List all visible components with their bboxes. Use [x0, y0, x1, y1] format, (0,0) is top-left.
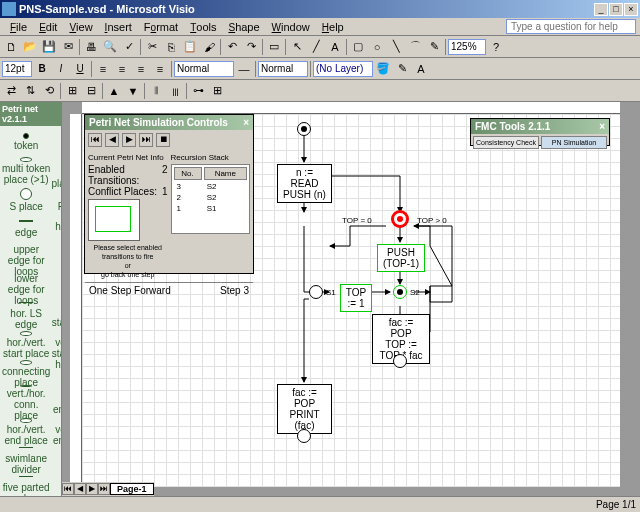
- tab-first-icon[interactable]: ⏮: [62, 483, 74, 495]
- menu-insert[interactable]: Insert: [99, 19, 138, 35]
- simulation-panel[interactable]: Petri Net Simulation Controls× ⏮ ◀ ▶ ⏭ ⏹…: [84, 114, 254, 274]
- rect-icon[interactable]: ▢: [349, 38, 367, 56]
- line-style-icon[interactable]: —: [235, 60, 253, 78]
- distribute-icon[interactable]: ⫼: [166, 82, 184, 100]
- open-icon[interactable]: 📂: [21, 38, 39, 56]
- tab-page-1[interactable]: Page-1: [110, 483, 154, 495]
- stencil-hvend[interactable]: hor./vert. end place: [2, 418, 50, 446]
- menu-edit[interactable]: Edit: [33, 19, 63, 35]
- stencil-multitoken2[interactable]: multi token place (inf.): [51, 157, 62, 185]
- menu-format[interactable]: Format: [138, 19, 184, 35]
- ruler-horizontal[interactable]: [82, 102, 620, 114]
- cut-icon[interactable]: ✂: [143, 38, 161, 56]
- stencil-swimlane[interactable]: swimlane divider: [2, 447, 50, 475]
- place-s1[interactable]: [309, 285, 323, 299]
- italic-icon[interactable]: I: [52, 60, 70, 78]
- stencil-startplace[interactable]: start place: [51, 302, 62, 330]
- node-read[interactable]: n := READPUSH (n): [277, 164, 332, 203]
- stencil-rplace[interactable]: R place: [51, 186, 62, 214]
- place-s2[interactable]: [393, 285, 407, 299]
- stencil-vhstart[interactable]: vert./hor. start place: [51, 331, 62, 359]
- stencil-brace[interactable]: }brace: [51, 447, 62, 475]
- sim-close-icon[interactable]: ×: [243, 117, 249, 128]
- sim-stack-list[interactable]: No.Name 3S2 2S2 1S1: [171, 164, 251, 234]
- underline-icon[interactable]: U: [71, 60, 89, 78]
- menu-file[interactable]: File: [4, 19, 33, 35]
- start-place[interactable]: [297, 122, 311, 136]
- sim-fwd-icon[interactable]: ⏭: [139, 133, 153, 147]
- node-push[interactable]: PUSH (TOP-1): [377, 244, 425, 272]
- style-combo2[interactable]: Normal: [258, 61, 308, 77]
- flip-h-icon[interactable]: ⇄: [2, 82, 20, 100]
- stencil-multitoken1[interactable]: multi token place (>1): [2, 157, 50, 185]
- stencil-stlowedge[interactable]: strait lower edge: [51, 273, 62, 301]
- line-icon[interactable]: ╲: [387, 38, 405, 56]
- place-conflict[interactable]: [393, 212, 407, 226]
- pencil-icon[interactable]: ✎: [425, 38, 443, 56]
- style-combo[interactable]: Normal: [174, 61, 234, 77]
- ruler-vertical[interactable]: [70, 114, 82, 487]
- stencil-lsedge[interactable]: hor. LS edge: [2, 302, 50, 330]
- menu-window[interactable]: Window: [266, 19, 316, 35]
- fill-icon[interactable]: 🪣: [374, 60, 392, 78]
- stencil-endplace[interactable]: end place: [51, 389, 62, 417]
- stencil-upedge[interactable]: upper edge for loops: [2, 244, 50, 272]
- place-after-fac[interactable]: [393, 354, 407, 368]
- stencil-edge[interactable]: edge: [2, 215, 50, 243]
- menu-tools[interactable]: Tools: [184, 19, 222, 35]
- maximize-button[interactable]: □: [609, 3, 623, 16]
- fmc-simulation-button[interactable]: PN Simulation: [541, 136, 607, 149]
- help-search-input[interactable]: [506, 19, 636, 34]
- layout-icon[interactable]: ⊞: [208, 82, 226, 100]
- group-icon[interactable]: ⊞: [63, 82, 81, 100]
- fmc-panel[interactable]: FMC Tools 2.1.1× Consistency Check PN Si…: [470, 118, 610, 146]
- fontsize-combo[interactable]: 12pt: [2, 61, 32, 77]
- align-left-icon[interactable]: ≡: [94, 60, 112, 78]
- menu-help[interactable]: Help: [316, 19, 350, 35]
- stencil-stupedge[interactable]: strait upper edge: [51, 244, 62, 272]
- stencil-vhend[interactable]: vert./hor. end place: [51, 418, 62, 446]
- ungroup-icon[interactable]: ⊟: [82, 82, 100, 100]
- print-icon[interactable]: 🖶: [82, 38, 100, 56]
- connect-icon[interactable]: ⊶: [189, 82, 207, 100]
- align-icon[interactable]: ⫴: [147, 82, 165, 100]
- arc-icon[interactable]: ⌒: [406, 38, 424, 56]
- bold-icon[interactable]: B: [33, 60, 51, 78]
- stencil-connplace[interactable]: connecting place: [2, 360, 50, 388]
- zoom-combo[interactable]: 125%: [448, 39, 486, 55]
- drawing-canvas[interactable]: n := READPUSH (n) TOP = 0 TOP > 0 PUSH (…: [82, 114, 620, 487]
- mail-icon[interactable]: ✉: [59, 38, 77, 56]
- redo-icon[interactable]: ↷: [242, 38, 260, 56]
- stencil-splace[interactable]: S place: [2, 186, 50, 214]
- pointer-icon[interactable]: ↖: [288, 38, 306, 56]
- stencil-hvedge[interactable]: hor./vert. edge: [51, 215, 62, 243]
- ellipse-icon[interactable]: ○: [368, 38, 386, 56]
- paste-icon[interactable]: 📋: [181, 38, 199, 56]
- stencil-hvconn[interactable]: hor./vert. conn. place: [51, 360, 62, 388]
- shapes-icon[interactable]: ▭: [265, 38, 283, 56]
- menu-view[interactable]: View: [63, 19, 98, 35]
- font-color-icon[interactable]: A: [412, 60, 430, 78]
- new-icon[interactable]: 🗋: [2, 38, 20, 56]
- front-icon[interactable]: ▲: [105, 82, 123, 100]
- back-icon[interactable]: ▼: [124, 82, 142, 100]
- align-justify-icon[interactable]: ≡: [151, 60, 169, 78]
- tab-last-icon[interactable]: ⏭: [98, 483, 110, 495]
- fmc-close-icon[interactable]: ×: [599, 121, 605, 132]
- save-icon[interactable]: 💾: [40, 38, 58, 56]
- layer-combo[interactable]: (No Layer): [313, 61, 373, 77]
- text-icon[interactable]: A: [326, 38, 344, 56]
- menu-shape[interactable]: Shape: [222, 19, 265, 35]
- align-right-icon[interactable]: ≡: [132, 60, 150, 78]
- spell-icon[interactable]: ✓: [120, 38, 138, 56]
- preview-icon[interactable]: 🔍: [101, 38, 119, 56]
- rotate-icon[interactable]: ⟲: [40, 82, 58, 100]
- sim-back-icon[interactable]: ◀: [105, 133, 119, 147]
- stencil-nop[interactable]: NOP: [51, 128, 62, 156]
- stencil-hvstart[interactable]: hor./vert. start place: [2, 331, 50, 359]
- painter-icon[interactable]: 🖌: [200, 38, 218, 56]
- copy-icon[interactable]: ⎘: [162, 38, 180, 56]
- sim-stop-icon[interactable]: ⏹: [156, 133, 170, 147]
- stencil-lowedge[interactable]: lower edge for loops: [2, 273, 50, 301]
- node-print[interactable]: fac := POPPRINT (fac): [277, 384, 332, 434]
